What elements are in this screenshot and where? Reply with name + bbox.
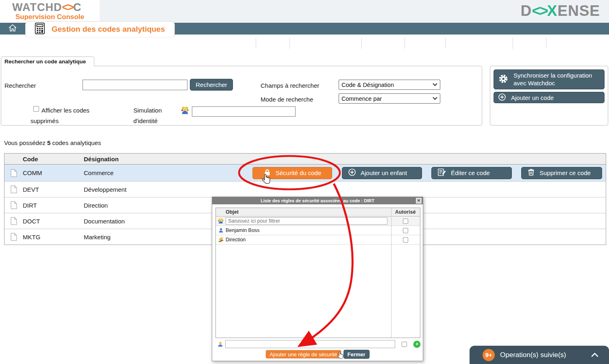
show-deleted-label: Afficher les codes supprimés xyxy=(30,105,100,126)
results-count: 5 xyxy=(47,139,50,146)
watchdoc-logo: WATCHD<>C Supervision Console xyxy=(12,2,84,20)
code-security-label: Sécurité du code xyxy=(276,169,322,176)
results-suffix: codes analytiques xyxy=(52,139,101,146)
rule-authorized-checkbox[interactable] xyxy=(403,237,408,243)
document-icon xyxy=(4,185,23,193)
table-row-comm[interactable]: COMM Commerce Sécurité du code Ajouter u… xyxy=(4,164,606,181)
doxense-logo-rest: ENSE xyxy=(557,2,600,19)
rule-object-name: Direction xyxy=(226,237,391,243)
document-icon xyxy=(4,233,23,241)
edit-code-label: Éditer ce code xyxy=(451,169,490,176)
add-code-label: Ajouter un code xyxy=(511,94,554,101)
application-window: WATCHD<>C Supervision Console D<>XENSE G… xyxy=(0,0,609,364)
chevron-down-icon xyxy=(433,81,437,86)
edit-icon xyxy=(437,168,446,178)
plus-circle-icon xyxy=(348,168,356,178)
delete-code-label: Supprimer ce code xyxy=(539,169,591,176)
add-rule-row: + xyxy=(215,340,420,349)
security-rules-table: Objet Autorisé Benjamin Boss Direction xyxy=(215,208,420,338)
column-header-code: Code xyxy=(23,156,84,162)
mode-select-value: Commence par xyxy=(341,95,382,102)
add-security-rule-label: Ajouter une règle de sécurité xyxy=(270,351,337,358)
doxense-logo-x: X xyxy=(547,2,558,19)
menu-separator xyxy=(289,38,290,49)
close-icon[interactable]: ✕ xyxy=(416,198,422,204)
cell-code: DOCT xyxy=(23,218,84,225)
menu-separator xyxy=(256,38,256,49)
gear-icon xyxy=(498,74,509,85)
lock-icon xyxy=(263,169,271,178)
mode-label: Mode de recherche xyxy=(261,96,313,103)
operations-badge: 9+ xyxy=(483,349,495,361)
group-users-icon xyxy=(216,218,226,224)
search-label: Rechercher xyxy=(4,82,36,89)
simulation-label: Simulation d'identité xyxy=(133,105,174,126)
menu-separator xyxy=(361,38,362,49)
modal-close-button[interactable]: Fermer xyxy=(344,350,370,359)
add-child-button[interactable]: Ajouter un enfant xyxy=(342,167,422,179)
security-rules-modal: Liste des règles de sécurité associées a… xyxy=(212,197,423,361)
table-row-devt[interactable]: DEVT Développement xyxy=(4,181,606,197)
watchdoc-logo-text: WATCHD xyxy=(12,1,62,13)
document-icon xyxy=(4,169,23,177)
rule-row-direction[interactable]: Direction xyxy=(216,235,420,245)
app-header: WATCHD<>C Supervision Console D<>XENSE xyxy=(0,0,609,23)
menu-separator xyxy=(546,38,546,49)
home-tab[interactable] xyxy=(0,23,25,35)
trash-icon xyxy=(527,168,535,178)
home-icon xyxy=(8,24,17,34)
user-icon xyxy=(215,341,225,347)
delete-code-button[interactable]: Supprimer ce code xyxy=(521,167,602,179)
watchdoc-logo-subtitle: Supervision Console xyxy=(15,13,84,20)
active-tab-label: Gestion des codes analytiques xyxy=(52,25,165,34)
simulation-input[interactable] xyxy=(192,106,296,117)
operations-label: Operation(s) suivie(s) xyxy=(500,351,591,359)
modal-title: Liste des règles de sécurité associées a… xyxy=(212,197,423,204)
modal-footer: Ajouter une règle de sécurité Fermer xyxy=(212,350,423,359)
calculator-icon xyxy=(35,22,45,36)
mode-select[interactable]: Commence par xyxy=(339,93,440,104)
operations-tracker[interactable]: 9+ Operation(s) suivie(s) xyxy=(470,346,609,364)
add-rule-input[interactable] xyxy=(225,340,395,348)
fields-select[interactable]: Code & Désignation xyxy=(339,80,440,90)
chevron-down-icon xyxy=(433,95,437,100)
column-header-designation: Désignation xyxy=(84,156,606,162)
watchdoc-logo-text-end: C xyxy=(73,1,82,13)
watchdoc-logo-mark: <> xyxy=(62,1,73,13)
group-users-icon xyxy=(181,106,189,117)
rule-authorized-checkbox[interactable] xyxy=(403,228,408,233)
cell-designation: Développement xyxy=(84,186,606,193)
results-count-line: Vous possédez 5 codes analytiques xyxy=(4,139,101,146)
fields-select-value: Code & Désignation xyxy=(341,82,394,88)
rules-filter-row xyxy=(216,217,420,226)
add-security-rule-button[interactable]: Ajouter une règle de sécurité xyxy=(265,350,341,359)
column-header-objet: Objet xyxy=(226,209,391,215)
main-navbar: Gestion des codes analytiques xyxy=(0,23,609,35)
add-code-button[interactable]: Ajouter un code xyxy=(494,92,605,103)
code-security-button[interactable]: Sécurité du code xyxy=(252,167,332,179)
user-icon xyxy=(216,228,226,233)
rules-filter-input[interactable] xyxy=(226,217,387,225)
doxense-logo-d: D xyxy=(521,2,532,19)
rule-row-benjamin-boss[interactable]: Benjamin Boss xyxy=(216,226,420,235)
add-rule-authorized-checkbox[interactable] xyxy=(402,342,407,347)
fields-label: Champs à rechercher xyxy=(261,82,319,89)
tab-gestion-codes-analytiques[interactable]: Gestion des codes analytiques xyxy=(25,21,175,37)
results-prefix: Vous possédez xyxy=(4,139,46,146)
plus-circle-icon xyxy=(498,93,506,102)
sync-config-button[interactable]: Synchroniser la configuration avec Watch… xyxy=(494,69,605,89)
add-rule-plus-icon[interactable]: + xyxy=(413,341,420,348)
edit-code-button[interactable]: Éditer ce code xyxy=(431,167,512,179)
column-header-autorise: Autorisé xyxy=(391,209,420,215)
search-input[interactable] xyxy=(83,80,187,90)
rule-object-name: Benjamin Boss xyxy=(226,228,391,233)
sync-config-label: Synchroniser la configuration avec Watch… xyxy=(513,72,599,87)
chevron-up-icon[interactable] xyxy=(591,351,598,359)
search-button[interactable]: Rechercher xyxy=(190,79,233,91)
user-group-icon xyxy=(216,237,226,243)
codes-table-header: Code Désignation xyxy=(4,154,606,164)
filter-authorized-checkbox[interactable] xyxy=(403,219,408,224)
add-child-label: Ajouter un enfant xyxy=(361,169,407,176)
column-separator xyxy=(391,208,392,338)
cell-code: DIRT xyxy=(23,202,84,209)
